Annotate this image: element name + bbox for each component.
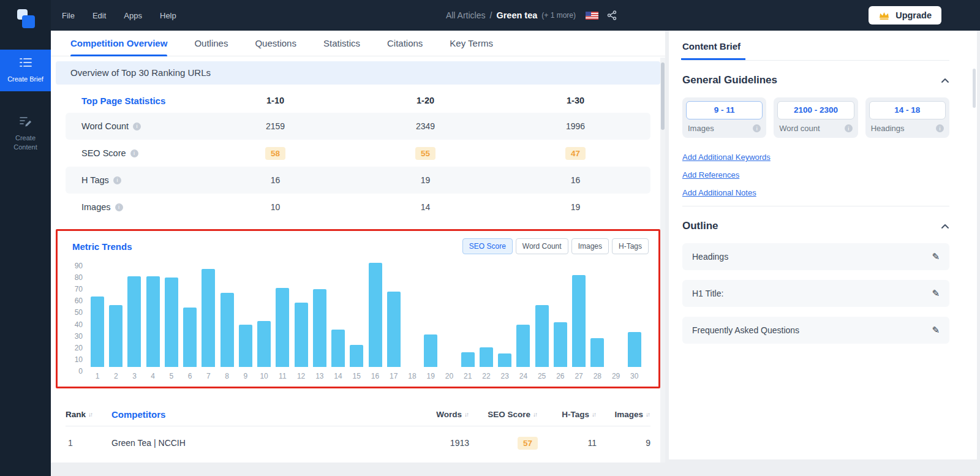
sidebar-item-create-content[interactable]: Create Content <box>0 108 51 159</box>
y-tick-60: 60 <box>75 298 83 304</box>
info-icon[interactable]: i <box>133 123 141 130</box>
bar-16[interactable] <box>369 263 382 367</box>
sidebar: Create Brief Create Content <box>0 0 51 476</box>
panel-scrollbar-thumb[interactable] <box>973 69 976 108</box>
guideline-range-images[interactable]: 9 - 11 <box>686 101 763 119</box>
x-tick-26: 26 <box>554 367 567 382</box>
bar-2[interactable] <box>109 305 123 367</box>
bar-15[interactable] <box>350 345 363 367</box>
edit-icon[interactable]: ✎ <box>932 251 940 262</box>
word-count-label: Word Count <box>81 121 129 131</box>
tab-outlines[interactable]: Outlines <box>194 31 228 56</box>
col-rank[interactable]: Rank ↓↑ <box>66 410 111 419</box>
bar-25[interactable] <box>535 305 549 367</box>
competitor-row[interactable]: 1Green Tea | NCCIH191357119 <box>66 426 650 459</box>
chevron-up-icon[interactable] <box>941 78 949 83</box>
add-references-link[interactable]: Add References <box>682 170 739 179</box>
main-scrollbar-thumb[interactable] <box>661 62 665 130</box>
bar-30[interactable] <box>628 332 641 367</box>
bar-8[interactable] <box>221 293 234 367</box>
bar-26[interactable] <box>554 322 567 367</box>
main-scrollbar-track[interactable] <box>660 58 665 463</box>
share-icon[interactable] <box>607 10 617 20</box>
info-icon[interactable]: i <box>115 203 123 211</box>
x-tick-17: 17 <box>387 367 401 382</box>
col-images[interactable]: Images↓↑ <box>597 410 650 419</box>
x-tick-2: 2 <box>109 367 123 382</box>
add-additional-keywords-link[interactable]: Add Additional Keywords <box>682 153 771 162</box>
brief-links: Add Additional KeywordsAdd ReferencesAdd… <box>682 153 949 197</box>
edit-icon[interactable]: ✎ <box>932 325 940 336</box>
breadcrumb-all-articles[interactable]: All Articles <box>446 10 486 20</box>
stats-row-seo-score: SEO Scorei585547 <box>66 140 650 167</box>
sort-icon: ↓↑ <box>533 411 538 418</box>
bar-14[interactable] <box>331 330 345 367</box>
y-tick-80: 80 <box>75 274 83 281</box>
col-words[interactable]: Words↓↑ <box>415 410 469 419</box>
info-icon[interactable]: i <box>130 149 138 157</box>
chevron-up-icon[interactable] <box>941 224 949 229</box>
metric-button-h-tags[interactable]: H-Tags <box>612 238 649 254</box>
bar-12[interactable] <box>295 303 308 367</box>
menu-apps[interactable]: Apps <box>124 11 142 20</box>
tab-questions[interactable]: Questions <box>255 31 296 56</box>
x-tick-15: 15 <box>350 367 363 382</box>
bar-column-6: 6 <box>183 308 197 382</box>
bar-21[interactable] <box>461 352 475 367</box>
metric-button-word-count[interactable]: Word Count <box>516 238 568 254</box>
col-competitors[interactable]: Competitors <box>111 409 415 420</box>
main-tabs: Competition OverviewOutlinesQuestionsSta… <box>51 31 665 56</box>
bar-28[interactable] <box>590 338 604 367</box>
bar-11[interactable] <box>276 288 289 367</box>
tab-key-terms[interactable]: Key Terms <box>450 31 493 56</box>
us-flag-icon[interactable] <box>586 12 598 20</box>
metric-button-images[interactable]: Images <box>571 238 609 254</box>
bar-1[interactable] <box>91 297 104 367</box>
info-icon[interactable]: i <box>936 124 944 132</box>
cell-images-1-30: 19 <box>500 202 650 212</box>
bar-23[interactable] <box>498 353 511 367</box>
col-seo-score[interactable]: SEO Score↓↑ <box>469 410 538 419</box>
tab-competition-overview[interactable]: Competition Overview <box>70 31 167 56</box>
bar-17[interactable] <box>387 292 401 367</box>
bar-27[interactable] <box>572 275 586 367</box>
col-h-tags[interactable]: H-Tags↓↑ <box>538 410 597 419</box>
tab-statistics[interactable]: Statistics <box>323 31 360 56</box>
menu-help[interactable]: Help <box>160 11 176 20</box>
bar-13[interactable] <box>313 289 326 367</box>
metric-button-seo-score[interactable]: SEO Score <box>462 238 513 254</box>
bar-10[interactable] <box>257 321 271 367</box>
bar-7[interactable] <box>202 269 215 367</box>
breadcrumb-more[interactable]: (+ 1 more) <box>541 11 576 20</box>
bar-24[interactable] <box>516 325 530 367</box>
x-tick-11: 11 <box>276 367 289 382</box>
bar-6[interactable] <box>183 308 197 367</box>
guideline-range-word-count[interactable]: 2100 - 2300 <box>777 101 854 119</box>
upgrade-button[interactable]: Upgrade <box>869 6 941 25</box>
bar-5[interactable] <box>165 278 178 367</box>
guideline-range-headings[interactable]: 14 - 18 <box>869 101 946 119</box>
bar-3[interactable] <box>127 276 141 367</box>
tab-citations[interactable]: Citations <box>387 31 423 56</box>
edit-icon[interactable]: ✎ <box>932 288 940 299</box>
bar-9[interactable] <box>239 325 252 367</box>
sidebar-item-create-brief[interactable]: Create Brief <box>0 50 51 91</box>
app-logo[interactable] <box>15 8 36 35</box>
bar-22[interactable] <box>480 347 493 367</box>
general-guidelines-title: General Guidelines <box>682 74 777 86</box>
tab-content-brief[interactable]: Content Brief <box>682 41 741 51</box>
bar-19[interactable] <box>424 334 437 367</box>
add-additional-notes-link[interactable]: Add Additional Notes <box>682 188 756 197</box>
x-tick-18: 18 <box>405 367 419 382</box>
menu-edit[interactable]: Edit <box>92 11 106 20</box>
info-icon[interactable]: i <box>113 176 121 184</box>
info-icon[interactable]: i <box>753 124 761 132</box>
menu-file[interactable]: File <box>62 11 75 20</box>
y-tick-30: 30 <box>75 333 83 339</box>
value: 19 <box>421 175 431 185</box>
rank-label: Rank <box>66 410 86 419</box>
value: 1996 <box>566 121 585 131</box>
x-tick-3: 3 <box>127 367 141 382</box>
info-icon[interactable]: i <box>845 124 853 132</box>
bar-4[interactable] <box>146 276 160 367</box>
